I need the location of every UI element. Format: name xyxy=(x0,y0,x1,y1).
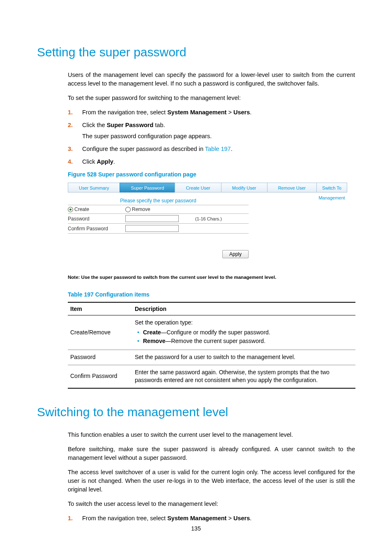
input-password[interactable] xyxy=(125,215,179,222)
tab-switch-to-management[interactable]: Switch To Management xyxy=(316,183,347,192)
tab-remove-user[interactable]: Remove User xyxy=(267,183,317,192)
table-row: Password Set the password for a user to … xyxy=(68,350,355,365)
table-row: Confirm Password Enter the same password… xyxy=(68,365,355,388)
p-switch-validity: The access level switchover of a user is… xyxy=(68,468,355,494)
cell-desc-create-remove: Set the operation type: Create—Configure… xyxy=(132,315,355,350)
step-number: 2. xyxy=(68,121,73,130)
step-2: 2. Click the Super Password tab. The sup… xyxy=(68,121,355,141)
radio-create[interactable] xyxy=(68,207,73,212)
col-description: Description xyxy=(132,302,355,315)
tab-user-summary[interactable]: User Summary xyxy=(68,183,120,192)
table-197: Item Description Create/Remove Set the o… xyxy=(68,302,355,389)
nav-system-management: System Management xyxy=(167,515,226,521)
step-text: From the navigation tree, select xyxy=(82,109,167,116)
figure-528: User Summary Super Password Create User … xyxy=(68,183,347,280)
page-number: 135 xyxy=(0,525,392,532)
bullet-remove: Remove—Remove the current super password… xyxy=(135,337,353,345)
radio-remove-label: Remove xyxy=(132,206,150,212)
step-number: 4. xyxy=(68,158,73,166)
step-number: 1. xyxy=(68,108,73,117)
intro-paragraph: Users of the management level can specif… xyxy=(68,71,355,88)
tab-create-user[interactable]: Create User xyxy=(175,183,221,192)
heading-switching-to-management: Switching to the management level xyxy=(37,405,355,419)
p-switch-precond: Before switching, make sure the super pa… xyxy=(68,445,355,462)
nav-system-management: System Management xyxy=(167,109,226,116)
p-switch-intro: This function enables a user to switch t… xyxy=(68,431,355,439)
figure-528-caption: Figure 528 Super password configuration … xyxy=(68,171,355,178)
row-confirm-password: Confirm Password xyxy=(68,224,249,234)
specify-super-password-text: Please specify the super password xyxy=(68,197,249,205)
cell-item-confirm: Confirm Password xyxy=(68,365,132,388)
step-2-sub: The super password configuration page ap… xyxy=(82,132,355,141)
step-3: 3. Configure the super password as descr… xyxy=(68,145,355,153)
label-confirm-password: Confirm Password xyxy=(68,226,125,232)
bullet-create: Create—Configure or modify the super pas… xyxy=(135,329,353,337)
tab-name-super-password: Super Password xyxy=(107,122,154,128)
step-1: 1. From the navigation tree, select Syst… xyxy=(68,108,355,117)
apply-button[interactable]: Apply xyxy=(222,250,249,258)
row-password: Password (1-16 Chars.) xyxy=(68,214,249,224)
step-4: 4. Click Apply. xyxy=(68,158,355,166)
figure-note: Note: Use the super password to switch f… xyxy=(68,275,347,280)
p-switch-lead: To switch the user access level to the m… xyxy=(68,500,355,508)
step-number: 1. xyxy=(68,514,73,523)
cell-item-password: Password xyxy=(68,350,132,365)
radio-remove[interactable] xyxy=(125,207,131,212)
row-create-remove: Create Remove xyxy=(68,205,249,214)
lead-paragraph: To set the super password for switching … xyxy=(68,94,355,102)
label-password: Password xyxy=(68,216,125,222)
step-number: 3. xyxy=(68,145,73,153)
cell-desc-password: Set the password for a user to switch to… xyxy=(132,350,355,365)
table-197-caption: Table 197 Configuration items xyxy=(68,291,355,298)
table-row: Create/Remove Set the operation type: Cr… xyxy=(68,315,355,350)
nav-users: Users xyxy=(233,109,250,116)
link-table-197[interactable]: Table 197 xyxy=(205,146,231,152)
hint-password-chars: (1-16 Chars.) xyxy=(195,216,249,221)
tab-super-password[interactable]: Super Password xyxy=(120,183,175,192)
nav-users: Users xyxy=(233,515,250,521)
step-1: 1. From the navigation tree, select Syst… xyxy=(68,514,355,523)
tab-bar: User Summary Super Password Create User … xyxy=(68,183,347,192)
apply-label: Apply xyxy=(97,158,113,165)
radio-create-label: Create xyxy=(74,206,89,212)
cell-item-create-remove: Create/Remove xyxy=(68,315,132,350)
tab-modify-user[interactable]: Modify User xyxy=(221,183,267,192)
input-confirm-password[interactable] xyxy=(125,225,179,232)
col-item: Item xyxy=(68,302,132,315)
heading-setting-super-password: Setting the super password xyxy=(37,45,355,59)
cell-desc-confirm: Enter the same password again. Otherwise… xyxy=(132,365,355,388)
